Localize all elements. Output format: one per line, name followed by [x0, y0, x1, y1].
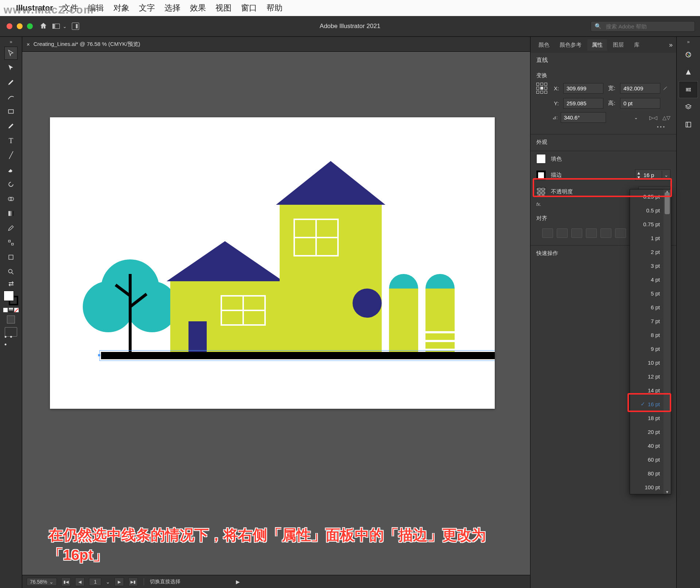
stroke-option[interactable]: ✓9 pt [630, 342, 664, 356]
stroke-option[interactable]: ✓4 pt [630, 273, 664, 286]
edit-toolbar[interactable]: • • • [4, 337, 18, 345]
panel-layout-icon[interactable] [72, 23, 79, 30]
zoom-tool[interactable] [4, 265, 18, 278]
fill-swatch[interactable] [536, 154, 546, 164]
help-search-input[interactable] [605, 23, 691, 30]
artboard-tool[interactable] [4, 251, 18, 264]
stroke-weight-input[interactable] [642, 170, 662, 180]
stroke-option[interactable]: ✓6 pt [630, 300, 664, 314]
line-segment-tool[interactable]: ╱ [4, 149, 18, 162]
help-search[interactable]: 🔍 [591, 21, 695, 32]
width-input[interactable] [620, 83, 660, 94]
canvas[interactable] [22, 52, 530, 575]
color-mode-swatches[interactable] [3, 307, 19, 313]
menu-select[interactable]: 选择 [164, 3, 180, 13]
swap-fill-stroke-icon[interactable]: ⇄ [4, 280, 18, 288]
rotate-field[interactable]: ⌄ [561, 112, 606, 123]
toolbar-expand[interactable]: » [9, 39, 12, 44]
zoom-select[interactable]: 76.58%⌄ [27, 578, 57, 586]
align-vcenter[interactable] [600, 228, 611, 238]
rectangle-tool[interactable] [4, 105, 18, 118]
home-icon[interactable] [39, 22, 47, 31]
eraser-tool[interactable] [4, 163, 18, 176]
rotate-tool[interactable] [4, 178, 18, 191]
chevron-down-icon[interactable]: ⌄ [634, 115, 638, 120]
pen-tool[interactable] [4, 76, 18, 89]
stroke-spin[interactable]: ▲▼ [635, 171, 642, 180]
minimize-window[interactable] [17, 23, 23, 29]
fill-swatch[interactable] [4, 291, 14, 301]
align-left[interactable] [542, 228, 553, 238]
stroke-option[interactable]: ✓14 pt [630, 383, 664, 397]
play-icon[interactable]: ▶ [236, 579, 240, 585]
align-top[interactable] [586, 228, 597, 238]
prev-artboard[interactable]: ◀ [75, 577, 85, 586]
stroke-weight-field[interactable]: ▲▼ ⌄ [635, 169, 670, 181]
opacity-swatch[interactable] [536, 187, 546, 197]
stroke-swatch[interactable] [536, 170, 546, 180]
link-dimensions-icon[interactable]: ⟋ [662, 85, 675, 92]
selection-tool[interactable] [4, 47, 18, 60]
tab-color[interactable]: 颜色 [534, 39, 554, 51]
fill-stroke-swatch[interactable] [4, 291, 18, 305]
dock-layers-icon[interactable] [679, 99, 697, 115]
next-artboard[interactable]: ▶ [114, 577, 124, 586]
stroke-option[interactable]: ✓0.5 pt [630, 203, 664, 217]
paintbrush-tool[interactable] [4, 119, 18, 133]
stroke-option[interactable]: ✓3 pt [630, 259, 664, 273]
shape-builder-tool[interactable] [4, 192, 18, 205]
stroke-option[interactable]: ✓7 pt [630, 314, 664, 328]
x-input[interactable] [563, 83, 603, 94]
stroke-option[interactable]: ✓5 pt [630, 286, 664, 300]
stroke-option[interactable]: ✓18 pt [630, 411, 664, 425]
stroke-option[interactable]: ✓80 pt [630, 466, 664, 480]
opacity-label[interactable]: 不透明度 [551, 188, 633, 195]
height-input[interactable] [620, 98, 660, 109]
scroll-thumb[interactable] [665, 192, 670, 214]
reference-point-selector[interactable] [536, 83, 547, 94]
curvature-tool[interactable] [4, 90, 18, 103]
stroke-option[interactable]: ✓0.75 pt [630, 217, 664, 231]
stroke-option[interactable]: ✓100 pt [630, 480, 664, 494]
menu-effect[interactable]: 效果 [190, 3, 206, 13]
stroke-option[interactable]: ✓20 pt [630, 425, 664, 439]
close-tab-icon[interactable]: × [27, 41, 30, 47]
draw-modes[interactable] [7, 315, 15, 324]
menu-window[interactable]: 窗口 [241, 3, 257, 13]
stroke-option[interactable]: ✓10 pt [630, 356, 664, 369]
artboard[interactable] [50, 117, 495, 409]
flip-vertical-icon[interactable]: △▽ [662, 115, 670, 121]
chevron-down-icon[interactable]: ⌄ [106, 579, 110, 585]
stroke-option[interactable]: ✓60 pt [630, 452, 664, 466]
tab-color-guide[interactable]: 颜色参考 [555, 39, 586, 51]
menu-help[interactable]: 帮助 [267, 3, 283, 13]
panel-flyout[interactable]: » [669, 41, 673, 49]
type-tool[interactable]: T [4, 134, 18, 147]
menu-text[interactable]: 文字 [139, 3, 155, 13]
artboard-number[interactable]: 1 [89, 578, 101, 586]
tab-libraries[interactable]: 库 [630, 39, 644, 51]
stroke-option[interactable]: ✓16 pt [630, 397, 664, 411]
close-window[interactable] [7, 23, 12, 29]
flip-horizontal-icon[interactable]: ▷◁ [649, 115, 657, 121]
dropdown-scrollbar[interactable]: ▲ ▼ [664, 189, 671, 494]
transform-more[interactable]: • • • [536, 123, 670, 130]
y-input[interactable] [563, 98, 603, 109]
dock-color-icon[interactable] [679, 47, 697, 63]
arrange-documents-button[interactable]: ⌄ [52, 24, 67, 29]
menu-object[interactable]: 对象 [113, 3, 129, 13]
scale-tool[interactable] [4, 236, 18, 249]
tab-properties[interactable]: 属性 [587, 39, 607, 51]
eyedropper-tool[interactable] [4, 222, 18, 235]
stroke-option[interactable]: ✓0.25 pt [630, 189, 664, 203]
stroke-option[interactable]: ✓12 pt [630, 369, 664, 383]
stroke-option[interactable]: ✓1 pt [630, 231, 664, 245]
first-artboard[interactable]: ▮◀ [61, 577, 71, 586]
document-tab[interactable]: Creating_Lines.ai* @ 76.58 % (CMYK/预览) [34, 41, 140, 48]
menu-view[interactable]: 视图 [215, 3, 232, 13]
stroke-label[interactable]: 描边 [551, 172, 630, 179]
dock-libraries-icon[interactable] [679, 117, 697, 133]
last-artboard[interactable]: ▶▮ [128, 577, 138, 586]
rotate-input[interactable] [563, 114, 634, 121]
gradient-tool[interactable] [4, 207, 18, 220]
